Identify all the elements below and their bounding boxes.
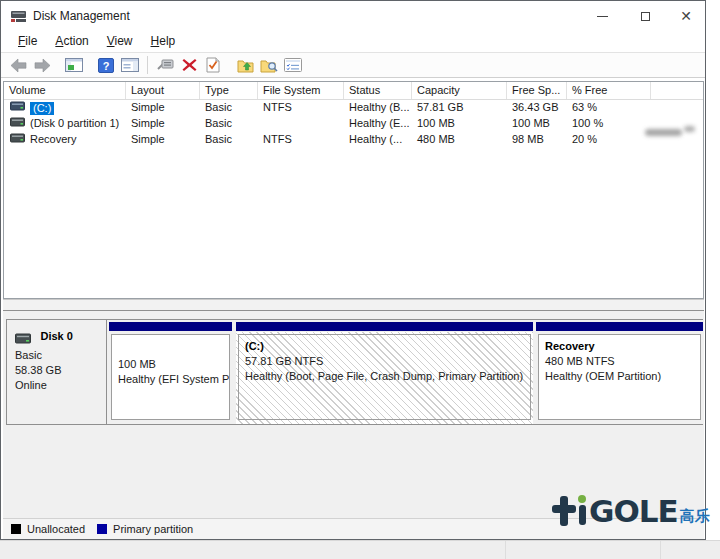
redacted-watermark — [645, 129, 682, 136]
back-arrow-icon — [10, 58, 27, 73]
column-header-status[interactable]: Status — [344, 82, 412, 99]
column-header-type[interactable]: Type — [200, 82, 258, 99]
column-header-free-space[interactable]: Free Sp... — [507, 82, 567, 99]
commit-changes-button[interactable] — [201, 54, 225, 76]
disk-size: 58.38 GB — [15, 363, 106, 378]
disk-icon — [15, 330, 35, 347]
partition-info: (C:) 57.81 GB NTFS Healthy (Boot, Page F… — [238, 334, 531, 420]
show-action-pane-button[interactable] — [118, 54, 142, 76]
column-header-pct-free[interactable]: % Free — [567, 82, 651, 99]
explore-folder-button[interactable] — [257, 54, 281, 76]
volume-name-selected: (C:) — [30, 102, 54, 115]
partition-health: Healthy (OEM Partition) — [545, 369, 694, 384]
cell-layout: Simple — [131, 101, 165, 113]
partition-color-bar — [236, 322, 533, 331]
volume-icon — [10, 117, 25, 129]
disk-management-window: Disk Management ✕ File Action View Help — [0, 0, 706, 540]
disk-kind: Basic — [15, 348, 106, 363]
back-button[interactable] — [6, 54, 30, 76]
disk0-strip: Disk 0 Basic 58.38 GB Online 100 MB Heal… — [6, 319, 703, 425]
partition-c-selected[interactable]: (C:) 57.81 GB NTFS Healthy (Boot, Page F… — [236, 320, 533, 424]
cell-pct-free: 100 % — [572, 117, 603, 129]
pane-splitter[interactable] — [3, 299, 704, 311]
app-icon — [10, 9, 27, 27]
volume-icon — [10, 133, 25, 145]
column-header-layout[interactable]: Layout — [126, 82, 200, 99]
minimize-button[interactable] — [585, 1, 619, 31]
folder-up-arrow-icon — [237, 58, 254, 73]
cell-file-system: NTFS — [263, 101, 292, 113]
menu-action[interactable]: Action — [46, 32, 97, 51]
taskbar-strip — [0, 540, 720, 559]
partition-color-bar — [109, 322, 232, 331]
cell-capacity: 57.81 GB — [417, 101, 463, 113]
disk0-label-panel[interactable]: Disk 0 Basic 58.38 GB Online — [7, 320, 107, 424]
partition-size: 100 MB — [118, 357, 223, 372]
volume-name: (Disk 0 partition 1) — [30, 117, 119, 129]
title-bar[interactable]: Disk Management ✕ — [1, 1, 705, 31]
volume-icon — [10, 101, 25, 113]
menu-help[interactable]: Help — [142, 32, 185, 51]
cell-free-space: 98 MB — [512, 133, 544, 145]
cell-type: Basic — [205, 117, 232, 129]
cell-capacity: 100 MB — [417, 117, 455, 129]
menu-bar: File Action View Help — [1, 31, 705, 52]
properties-button[interactable] — [281, 54, 305, 76]
volume-row-c[interactable]: (C:) Simple Basic NTFS Healthy (B... 57.… — [4, 100, 703, 116]
column-header-capacity[interactable]: Capacity — [412, 82, 507, 99]
divider — [505, 541, 506, 559]
svg-text:?: ? — [103, 59, 110, 71]
cell-status: Healthy (... — [349, 133, 402, 145]
partition-recovery[interactable]: Recovery 480 MB NTFS Healthy (OEM Partit… — [536, 320, 703, 424]
cell-pct-free: 63 % — [572, 101, 597, 113]
logo-chinese-text: 高乐 — [680, 508, 710, 524]
volume-row-partition1[interactable]: (Disk 0 partition 1) Simple Basic Health… — [4, 116, 703, 132]
help-button[interactable]: ? — [94, 54, 118, 76]
unallocated-color-swatch — [11, 524, 21, 534]
cell-free-space: 100 MB — [512, 117, 550, 129]
disk-name: Disk 0 — [40, 330, 72, 342]
graphical-view: Disk 0 Basic 58.38 GB Online 100 MB Heal… — [3, 311, 704, 518]
column-header-empty[interactable] — [651, 82, 703, 99]
cell-status: Healthy (B... — [349, 101, 410, 113]
cell-capacity: 480 MB — [417, 133, 455, 145]
close-icon: ✕ — [680, 9, 692, 23]
action-pane-icon — [121, 58, 139, 72]
delete-volume-button[interactable] — [177, 54, 201, 76]
partition-efi[interactable]: 100 MB Healthy (EFI System Pa — [109, 320, 232, 424]
volume-list: Volume Layout Type File System Status Ca… — [3, 81, 704, 299]
cell-layout: Simple — [131, 117, 165, 129]
cell-type: Basic — [205, 133, 232, 145]
forward-button[interactable] — [30, 54, 54, 76]
context-menu-button[interactable] — [153, 54, 177, 76]
legend-unallocated-label: Unallocated — [27, 523, 85, 535]
cell-pct-free: 20 % — [572, 133, 597, 145]
minimize-icon — [597, 16, 608, 17]
cell-file-system: NTFS — [263, 133, 292, 145]
cell-layout: Simple — [131, 133, 165, 145]
column-header-volume[interactable]: Volume — [4, 82, 126, 99]
show-console-tree-button[interactable] — [62, 54, 86, 76]
partition-title: (C:) — [245, 339, 524, 354]
partition-title: Recovery — [545, 339, 694, 354]
open-folder-button[interactable] — [233, 54, 257, 76]
logo-i-icon — [578, 494, 588, 526]
maximize-button[interactable] — [628, 1, 662, 31]
partition-size: 480 MB NTFS — [545, 354, 694, 369]
toolbar-separator — [147, 56, 148, 74]
divider — [660, 541, 661, 559]
column-header-file-system[interactable]: File System — [258, 82, 344, 99]
redacted-watermark — [684, 126, 695, 132]
cell-status: Healthy (E... — [349, 117, 410, 129]
partition-size: 57.81 GB NTFS — [245, 354, 524, 369]
logo-text: GOLE — [589, 496, 678, 526]
menu-view[interactable]: View — [98, 32, 142, 51]
close-button[interactable]: ✕ — [669, 1, 703, 31]
delete-x-icon — [182, 58, 197, 72]
toolbar: ? — [1, 52, 705, 78]
window-title: Disk Management — [33, 9, 130, 23]
partition-info: 100 MB Healthy (EFI System Pa — [111, 334, 230, 420]
volume-row-recovery[interactable]: Recovery Simple Basic NTFS Healthy (... … — [4, 132, 703, 148]
folder-search-icon — [260, 58, 278, 73]
menu-file[interactable]: File — [9, 32, 46, 51]
